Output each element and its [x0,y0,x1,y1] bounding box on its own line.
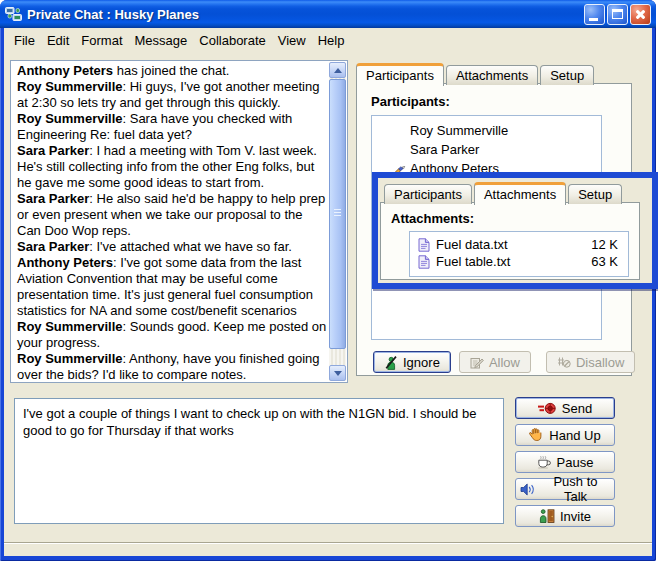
window-controls [584,4,651,25]
chat-message: Sara Parker: He also said he'd be happy … [17,191,327,239]
disallow-icon [557,356,571,369]
scrollbar-thumb[interactable] [329,79,346,349]
message-sender: Roy Summerville [17,351,123,366]
message-sender: Roy Summerville [17,79,123,94]
chat-message: Anthony Peters has joined the chat. [17,63,327,79]
chat-action-buttons: SendHand UpPausePush to TalkInvite [515,397,615,527]
talk-icon [520,483,536,496]
maximize-button[interactable] [607,4,628,25]
tab-attachments[interactable]: Attachments [446,65,538,85]
chat-message: Roy Summerville: Hi guys, I've got anoth… [17,79,327,111]
disallow-button: Disallow [546,351,635,373]
status-bar [4,542,652,556]
button-label: Push to Talk [541,474,610,504]
window-title: Private Chat : Husky Planes [27,7,584,22]
ignore-icon [384,355,398,370]
private-chat-window: Private Chat : Husky Planes FileEditForm… [0,0,656,561]
attachment-name: Fuel table.txt [436,254,585,269]
hand-up-button[interactable]: Hand Up [515,424,615,446]
push-to-talk-button[interactable]: Push to Talk [515,478,615,500]
chat-scrollbar[interactable] [329,62,346,381]
button-label: Ignore [403,355,440,370]
menu-bar: FileEditFormatMessageCollaborateViewHelp [4,28,652,52]
message-input[interactable]: I've got a couple of things I want to ch… [15,399,503,523]
send-button[interactable]: Send [515,397,615,419]
chat-log[interactable]: Anthony Peters has joined the chat.Roy S… [10,60,348,383]
button-label: Send [562,401,592,416]
chat-message: Sara Parker: I had a meeting with Tom V.… [17,143,327,191]
menu-item-file[interactable]: File [8,32,41,49]
maximize-icon [612,9,623,19]
file-icon [418,238,430,252]
attachment-size: 63 K [591,254,618,269]
pause-button[interactable]: Pause [515,451,615,473]
minimize-icon [589,18,598,21]
attachments-heading: Attachments: [391,211,474,226]
allow-button: Allow [459,351,531,373]
ignore-button[interactable]: Ignore [373,351,451,373]
attachment-size: 12 K [591,237,618,252]
participant-name: Sara Parker [410,142,479,157]
chat-message: Roy Summerville: Sounds good. Keep me po… [17,319,327,351]
chat-message: Sara Parker: I've attached what we have … [17,239,327,255]
participants-tab-bar: ParticipantsAttachmentsSetup [356,62,596,85]
composer-box: I've got a couple of things I want to ch… [14,398,504,524]
button-label: Invite [560,509,591,524]
attachments-popup: ParticipantsAttachmentsSetup Attachments… [372,172,658,289]
attachments-tab-bar: ParticipantsAttachmentsSetup [384,181,624,204]
allow-icon [470,356,484,369]
popup-tab-participants[interactable]: Participants [384,184,472,204]
participant-row[interactable]: Roy Summerville [372,121,601,140]
close-button[interactable] [630,4,651,25]
menu-item-view[interactable]: View [272,32,312,49]
participant-row[interactable]: Sara Parker [372,140,601,159]
attachment-row[interactable]: Fuel data.txt12 K [410,236,628,253]
menu-item-help[interactable]: Help [312,32,351,49]
title-bar[interactable]: Private Chat : Husky Planes [0,0,656,28]
menu-item-edit[interactable]: Edit [41,32,75,49]
screenshot-canvas: Private Chat : Husky Planes FileEditForm… [0,0,658,567]
scroll-down-button[interactable] [329,365,346,381]
popup-tab-attachments[interactable]: Attachments [474,182,566,205]
button-label: Pause [557,455,594,470]
invite-icon [539,509,555,523]
message-sender: Anthony Peters [17,255,113,270]
menu-item-collaborate[interactable]: Collaborate [193,32,272,49]
popup-tab-setup[interactable]: Setup [568,184,622,204]
message-sender: Sara Parker [17,191,89,206]
chat-transcript: Anthony Peters has joined the chat.Roy S… [12,62,329,381]
scroll-up-button[interactable] [329,62,346,78]
arrow-up-icon [334,68,342,73]
participants-heading: Participants: [371,94,450,109]
pause-icon [537,455,552,469]
button-label: Allow [489,355,520,370]
scrollbar-track[interactable] [329,78,346,365]
attachment-row[interactable]: Fuel table.txt63 K [410,253,628,270]
file-icon [418,255,430,269]
window-client-area: FileEditFormatMessageCollaborateViewHelp… [4,28,652,555]
button-label: Disallow [576,355,624,370]
message-sender: Sara Parker [17,143,89,158]
minimize-button[interactable] [584,4,605,25]
chat-message: Roy Summerville: Anthony, have you finis… [17,351,327,381]
attachments-list[interactable]: Fuel data.txt12 KFuel table.txt63 K [409,231,629,277]
message-sender: Roy Summerville [17,111,123,126]
tab-participants[interactable]: Participants [356,63,444,86]
menu-item-format[interactable]: Format [75,32,128,49]
message-sender: Roy Summerville [17,319,123,334]
hand-icon [529,428,544,442]
send-icon [538,402,557,415]
participant-name: Roy Summerville [410,123,508,138]
message-sender: Sara Parker [17,239,89,254]
attachments-panel: Attachments: Fuel data.txt12 KFuel table… [380,202,640,280]
button-label: Hand Up [549,428,600,443]
chat-message: Anthony Peters: I've got some data from … [17,255,327,319]
moderation-buttons: IgnoreAllowDisallow [373,351,635,373]
message-sender: Anthony Peters [17,63,113,78]
invite-button[interactable]: Invite [515,505,615,527]
attachment-name: Fuel data.txt [436,237,585,252]
chat-message: Roy Summerville: Sara have you checked w… [17,111,327,143]
chat-app-icon [5,6,22,23]
menu-item-message[interactable]: Message [129,32,194,49]
tab-setup[interactable]: Setup [540,65,594,85]
